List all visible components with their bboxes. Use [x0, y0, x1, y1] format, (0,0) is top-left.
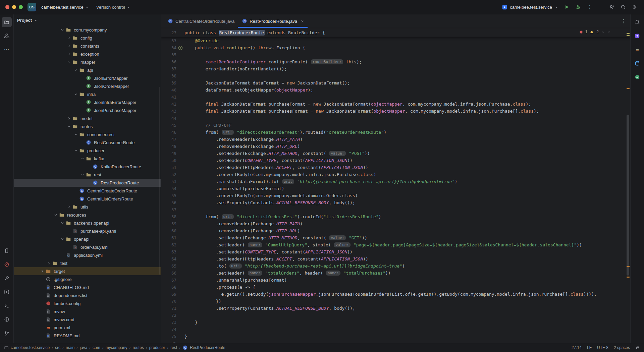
code-line[interactable]: 46 from( uri: "direct:createOrderRest").… [161, 129, 630, 136]
caret-position[interactable]: 27:14 [572, 345, 582, 350]
tree-chevron-icon[interactable] [79, 157, 86, 161]
database-button[interactable] [632, 58, 642, 68]
breadcrumb-item[interactable]: routes [132, 345, 144, 350]
line-separator[interactable]: LF [587, 345, 592, 350]
tree-chevron-icon[interactable] [59, 221, 65, 225]
tree-item-centralcreateorderroute[interactable]: CCentralCreateOrderRoute [14, 187, 161, 195]
code-line[interactable]: 61 .setHeader(Exchange.HTTP_METHOD, cons… [161, 234, 630, 241]
tree-item-backends-openapi[interactable]: backends.openapi [14, 219, 161, 227]
code-line[interactable]: 47 .removeHeader(Exchange.HTTP_PATH) [161, 136, 630, 143]
zoom-window-button[interactable] [19, 5, 23, 9]
breadcrumb-item[interactable]: java [80, 345, 87, 350]
tree-item-producer[interactable]: producer [14, 146, 161, 155]
tree-item-target[interactable]: target [14, 267, 161, 275]
breadcrumb-item-current[interactable]: RestProducerRoute [190, 345, 225, 350]
code-line[interactable]: 62 .setHeader( name: "CamelHttpQuery", s… [161, 241, 630, 248]
services-button[interactable] [2, 287, 12, 297]
tree-item-application-yml[interactable]: application.yml [14, 251, 161, 259]
debug-button[interactable] [574, 2, 583, 12]
line-number[interactable]: 67 [161, 278, 176, 283]
inspections-widget[interactable]: 1 2 [579, 30, 611, 34]
tree-item-order-api-yaml[interactable]: Yorder-api.yaml [14, 243, 161, 251]
tree-item-model[interactable]: model [14, 114, 161, 122]
tree-chevron-icon[interactable] [66, 60, 72, 64]
line-number[interactable]: 71 [161, 306, 176, 311]
tree-item-kafkaproducerroute[interactable]: CKafkaProducerRoute [14, 163, 161, 171]
device-button[interactable] [2, 246, 12, 256]
line-number[interactable]: 33 [161, 38, 176, 43]
line-number[interactable]: 55 [161, 193, 176, 198]
warning-stripe-mark[interactable] [627, 35, 630, 36]
more-run-actions-button[interactable]: ⋮ [585, 2, 594, 12]
tree-chevron-icon[interactable] [66, 52, 72, 56]
tree-item-mvnw[interactable]: mvnw [14, 307, 161, 315]
line-number[interactable]: 58 [161, 214, 176, 219]
spring-button[interactable] [632, 72, 642, 82]
tab-options-button[interactable]: ⋮ [621, 18, 626, 24]
line-number[interactable]: 37 [161, 66, 176, 71]
code-line[interactable]: 41 [161, 94, 630, 101]
structure-button[interactable] [2, 31, 12, 41]
tree-chevron-icon[interactable] [79, 173, 86, 177]
tree-item-restconsumerroute[interactable]: CRestConsumerRoute [14, 138, 161, 146]
code-line[interactable]: 39 JacksonDataFormat dataFormat = new Ja… [161, 79, 630, 86]
code-line[interactable]: 36 camelBeeRouteConfigurer.configureRout… [161, 58, 630, 65]
line-number[interactable]: 60 [161, 228, 176, 233]
project-selector[interactable]: camelbee.test.service [39, 3, 91, 11]
code-line[interactable]: 51 .setHeader(HttpHeaders.ACCEPT, consta… [161, 164, 630, 171]
code-line[interactable]: 43 final JacksonDataFormat purchasesForm… [161, 108, 630, 115]
more-button[interactable]: ⋯ [2, 45, 12, 55]
code-line[interactable]: 69 e.getIn().setBody(jsonPurchaseMapper.… [161, 291, 630, 298]
line-number[interactable]: 47 [161, 137, 176, 142]
tree-chevron-icon[interactable] [66, 36, 72, 40]
editor-tab[interactable]: CCentralCreateOrderRoute.java [164, 14, 238, 28]
line-number[interactable]: 35 [161, 52, 176, 57]
next-problem-icon[interactable] [607, 30, 611, 34]
breadcrumb-item[interactable]: mycompany [106, 345, 127, 350]
tree-item-infra[interactable]: infra [14, 90, 161, 98]
line-number[interactable]: 64 [161, 256, 176, 261]
tree-item-changelog-md[interactable]: MCHANGELOG.md [14, 283, 161, 291]
code-line[interactable]: 35 [161, 51, 630, 58]
notifications-button[interactable] [632, 17, 642, 27]
code-line[interactable]: 70 }) [161, 298, 630, 305]
tree-item-api[interactable]: api [14, 66, 161, 74]
tree-item-mvnw-cmd[interactable]: mvnw.cmd [14, 315, 161, 324]
code-line[interactable]: 59 .removeHeader(Exchange.HTTP_PATH) [161, 220, 630, 227]
line-number[interactable]: 51 [161, 165, 176, 170]
line-number[interactable]: 49 [161, 151, 176, 156]
tree-chevron-icon[interactable] [66, 116, 72, 120]
line-number[interactable]: 50 [161, 158, 176, 163]
file-encoding[interactable]: UTF-8 [597, 345, 608, 350]
code-line[interactable]: 37 errorHandler(noErrorHandler()); [161, 65, 630, 72]
tree-item-utils[interactable]: utils [14, 203, 161, 211]
line-number[interactable]: 65 [161, 263, 176, 269]
ai-assistant-button[interactable] [632, 31, 642, 41]
line-number[interactable]: 73 [161, 320, 176, 325]
tree-chevron-icon[interactable] [73, 132, 79, 136]
tree-item-rest[interactable]: rest [14, 171, 161, 179]
code-line[interactable]: 40 dataFormat.setObjectMapper(objectMapp… [161, 86, 630, 94]
line-number[interactable]: 56 [161, 200, 176, 205]
version-control-button[interactable] [2, 328, 12, 338]
breadcrumb-item[interactable]: rest [170, 345, 177, 350]
tree-chevron-icon[interactable] [66, 124, 72, 128]
stripe-mark[interactable] [627, 88, 630, 89]
breadcrumb-item[interactable]: com [93, 345, 100, 350]
code-line[interactable]: 67 .unmarshal(purchasesFormat) [161, 277, 630, 284]
line-number[interactable]: 68 [161, 285, 176, 290]
code-line[interactable]: 52 .convertBodyTo(com.mycompany.model.in… [161, 171, 630, 178]
line-number[interactable]: 54 [161, 186, 176, 191]
project-panel-header[interactable]: Project [14, 14, 161, 26]
tree-item-test[interactable]: test [14, 259, 161, 267]
line-number[interactable]: 36 [161, 59, 176, 64]
line-number[interactable]: 46 [161, 130, 176, 135]
tree-item-jsoninfraerrormapper[interactable]: IJsonInfraErrorMapper [14, 98, 161, 106]
sticky-line[interactable]: 27 public class RestProducerRoute extend… [161, 28, 630, 37]
code-line[interactable]: 42 final JacksonDataFormat purchaseForma… [161, 101, 630, 108]
line-number[interactable]: 69 [161, 292, 176, 297]
line-number[interactable]: 41 [161, 95, 176, 100]
tree-item-config[interactable]: config [14, 34, 161, 42]
indent-setting[interactable]: 2 spaces [614, 345, 630, 350]
tree-item-centrallistordersroute[interactable]: CCentralListOrdersRoute [14, 195, 161, 203]
